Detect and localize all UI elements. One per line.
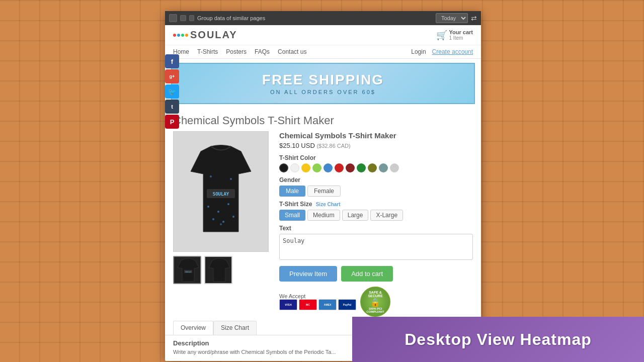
add-to-cart-button[interactable]: Add to cart (341, 266, 393, 282)
svg-point-6 (222, 221, 224, 223)
thumbnail-row: SOULAY (173, 256, 271, 284)
cart-count: 1 Item (449, 35, 473, 41)
swatch-olive[interactable] (368, 163, 377, 172)
product-price: $25.10 USD ($32.86 CAD) (279, 142, 473, 149)
swatch-white[interactable] (290, 163, 299, 172)
logo-dot-blue (177, 34, 180, 37)
lock-icon: 🔒 (370, 298, 380, 307)
swatch-blue[interactable] (324, 163, 333, 172)
swatch-dark-green[interactable] (357, 163, 366, 172)
gender-label: Gender (279, 176, 473, 184)
site-header: SOULAY 🛒 Your cart 1 Item (165, 25, 481, 45)
facebook-button[interactable]: f (165, 54, 179, 68)
tablet-icon (180, 15, 186, 21)
nav-login[interactable]: Login (411, 48, 426, 55)
swatch-gray[interactable] (390, 163, 399, 172)
logo-dot-red (173, 34, 176, 37)
browser-bar: Group data of similar pages Today ⇄ (165, 11, 481, 25)
heatmap-label: Desktop View Heatmap (405, 330, 592, 349)
swatch-yellow[interactable] (301, 163, 310, 172)
payment-area: We Accept VISA MC AMEX PayPal SAFE & SEC… (279, 287, 473, 317)
color-label: T-Shirt Color (279, 154, 473, 161)
color-swatches (279, 163, 473, 172)
visa-icon: VISA (279, 299, 297, 310)
banner-title: FREE SHIPPING (180, 72, 466, 88)
banner-subtitle: ON ALL ORDERS OVER 60$ (180, 89, 466, 95)
thumbnail-front[interactable]: SOULAY (173, 256, 201, 284)
product-name: Chemical Symbols T-Shirt Maker (279, 131, 473, 140)
nav-posters[interactable]: Posters (226, 48, 247, 55)
secure-label: SAFE & (369, 291, 382, 294)
pinterest-button[interactable]: P (165, 115, 179, 129)
gender-male-button[interactable]: Male (279, 186, 305, 197)
svg-point-3 (217, 211, 219, 213)
gender-buttons: Male Female (279, 186, 473, 197)
site-nav: Home T-Shirts Posters FAQs Contact us Lo… (165, 45, 481, 59)
tab-overview[interactable]: Overview (173, 321, 213, 335)
secure-badge: SAFE & SECURE 🔒 100% PCI COMPLIANT (360, 287, 390, 317)
thumbnail-back[interactable] (204, 256, 232, 284)
browser-window: Group data of similar pages Today ⇄ SOUL… (165, 11, 481, 361)
size-chart-link[interactable]: Size Chart (316, 202, 341, 207)
social-sidebar: f g+ 🐦 t P (165, 54, 180, 129)
group-data-label: Group data of similar pages (197, 15, 433, 21)
svg-point-8 (210, 175, 212, 177)
mastercard-icon: MC (299, 299, 317, 310)
payment-label: We Accept (279, 293, 356, 299)
heatmap-overlay: Desktop View Heatmap (352, 317, 644, 362)
logo-dot-yellow (185, 34, 188, 37)
cart-label: Your cart (449, 29, 473, 35)
logo-dot-green (181, 34, 184, 37)
payment-icons: VISA MC AMEX PayPal (279, 299, 356, 310)
tab-size-chart[interactable]: Size Chart (213, 321, 257, 335)
swatch-black[interactable] (279, 163, 288, 172)
product-area: SOULAY (165, 131, 481, 317)
cart-area[interactable]: 🛒 Your cart 1 Item (436, 29, 473, 41)
promo-banner: FREE SHIPPING ON ALL ORDERS OVER 60$ (171, 63, 475, 104)
date-filter-select[interactable]: Today (436, 13, 468, 23)
swatch-maroon[interactable] (346, 163, 355, 172)
svg-text:SOULAY: SOULAY (185, 271, 192, 273)
amex-icon: AMEX (318, 299, 337, 310)
phone-icon (189, 15, 194, 21)
share-icon[interactable]: ⇄ (471, 14, 477, 22)
svg-point-7 (232, 216, 234, 218)
nav-faqs[interactable]: FAQs (255, 48, 270, 55)
twitter-button[interactable]: 🐦 (165, 84, 179, 99)
size-large-button[interactable]: Large (342, 210, 369, 221)
action-buttons: Preview Item Add to cart (279, 266, 473, 282)
preview-button[interactable]: Preview Item (279, 266, 337, 282)
svg-point-9 (230, 178, 232, 180)
paypal-icon: PayPal (338, 299, 356, 310)
tumblr-button[interactable]: t (165, 100, 179, 114)
svg-point-4 (227, 203, 229, 205)
product-main-image: SOULAY (173, 131, 269, 252)
size-label: T-Shirt Size Size Chart (279, 201, 473, 208)
site-logo[interactable]: SOULAY (190, 29, 237, 41)
text-input[interactable]: Soulay (279, 234, 473, 260)
size-buttons: Small Medium Large X-Large (279, 210, 473, 221)
monitor-icon (169, 14, 177, 22)
swatch-lime[interactable] (312, 163, 321, 172)
page-title: Chemical Symbols T-Shirt Maker (173, 114, 473, 127)
nav-contact[interactable]: Contact us (278, 48, 306, 55)
product-image-col: SOULAY (173, 131, 271, 317)
tshirt-svg: SOULAY (181, 141, 261, 242)
svg-point-10 (220, 223, 222, 225)
size-medium-button[interactable]: Medium (307, 210, 340, 221)
google-plus-button[interactable]: g+ (165, 69, 179, 83)
svg-point-2 (207, 206, 209, 208)
svg-text:SOULAY: SOULAY (213, 192, 229, 197)
size-small-button[interactable]: Small (279, 210, 305, 221)
svg-point-5 (212, 218, 214, 220)
swatch-red[interactable] (335, 163, 344, 172)
gender-female-button[interactable]: Female (307, 186, 341, 197)
text-label: Text (279, 225, 473, 232)
nav-tshirts[interactable]: T-Shirts (197, 48, 218, 55)
swatch-teal[interactable] (379, 163, 388, 172)
size-xlarge-button[interactable]: X-Large (370, 210, 403, 221)
nav-create-account[interactable]: Create account (432, 48, 473, 55)
product-details: Chemical Symbols T-Shirt Maker $25.10 US… (279, 131, 473, 317)
